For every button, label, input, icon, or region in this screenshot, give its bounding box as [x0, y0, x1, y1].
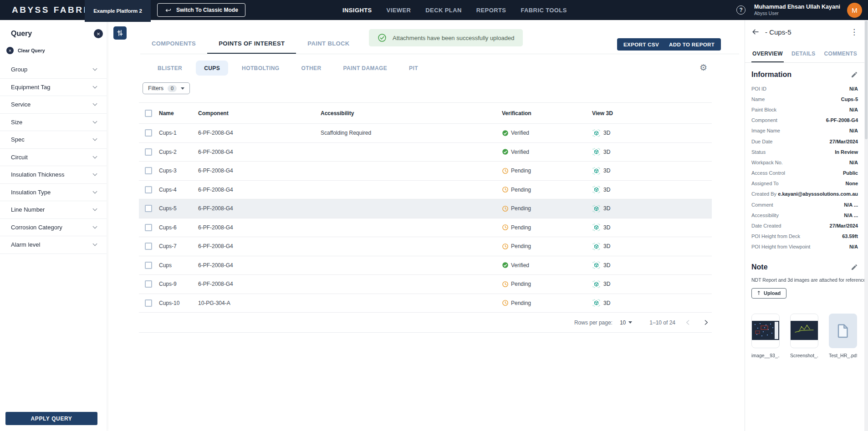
row-checkbox[interactable]: [145, 299, 152, 307]
attachment-pdf[interactable]: Test_HR_.pdf: [829, 314, 857, 358]
edit-pencil-icon[interactable]: [851, 71, 858, 78]
filter-spec[interactable]: Spec: [0, 131, 107, 149]
field-row: Date Created27/Mar/2024: [751, 220, 858, 231]
sliders-icon: [116, 29, 124, 37]
subtab-blister[interactable]: BLISTER: [149, 61, 190, 76]
tab-paint-block[interactable]: PAINT BLOCK: [296, 33, 361, 54]
filter-line-number[interactable]: Line Number: [0, 201, 107, 219]
query-toggle-button[interactable]: [113, 26, 127, 40]
row-checkbox[interactable]: [145, 129, 152, 137]
row-checkbox[interactable]: [145, 186, 152, 193]
row-checkbox[interactable]: [145, 148, 152, 156]
cell-verification: Pending: [502, 243, 592, 250]
table-header-row: Name Component Accessibility Verificatio…: [139, 102, 712, 124]
filter-alarm-level[interactable]: Alarm level: [0, 236, 107, 254]
select-all-checkbox[interactable]: [145, 110, 152, 117]
filters-count-badge: 0: [168, 85, 177, 92]
table-row[interactable]: Cups-10 10-PG-304-A Pending 3D: [139, 294, 712, 313]
table-row[interactable]: Cups-7 6-PF-2008-G4 Pending 3D: [139, 237, 712, 256]
subtab-other[interactable]: OTHER: [293, 61, 330, 76]
filter-insulation-type[interactable]: Insulation Type: [0, 184, 107, 202]
prev-page-button[interactable]: [682, 317, 694, 329]
pagination-range: 1–10 of 24: [649, 319, 675, 326]
filter-equipment-tag[interactable]: Equipment Tag: [0, 79, 107, 96]
attachment-image[interactable]: image__93_....: [751, 314, 780, 358]
view-3d-button[interactable]: 3D: [592, 242, 712, 251]
table-row[interactable]: Cups-6 6-PF-2008-G4 Pending 3D: [139, 218, 712, 238]
filter-circuit[interactable]: Circuit: [0, 149, 107, 167]
view-3d-button[interactable]: 3D: [592, 147, 712, 156]
switch-classic-mode-button[interactable]: Switch To Classic Mode: [157, 3, 245, 17]
row-checkbox[interactable]: [145, 205, 152, 212]
view-3d-button[interactable]: 3D: [592, 129, 712, 137]
back-arrow-icon[interactable]: [751, 28, 760, 36]
nav-fabric-tools[interactable]: FABRIC TOOLS: [521, 7, 567, 14]
tab-points-of-interest[interactable]: POINTS OF INTEREST: [207, 33, 296, 54]
attachment-screenshot[interactable]: Screenshot_...: [790, 314, 818, 358]
clear-query-button[interactable]: × Clear Query: [6, 47, 107, 54]
close-sidebar-icon[interactable]: ×: [94, 29, 103, 38]
row-checkbox[interactable]: [145, 262, 152, 269]
subtab-cups[interactable]: CUPS: [196, 61, 228, 76]
table-row[interactable]: Cups-3 6-PF-2008-G4 Pending 3D: [139, 162, 712, 181]
rows-per-page-select[interactable]: 10: [620, 319, 632, 326]
tab-overview[interactable]: OVERVIEW: [751, 45, 784, 62]
filter-group[interactable]: Group: [0, 61, 107, 79]
edit-pencil-icon[interactable]: [851, 264, 858, 271]
nav-reports[interactable]: REPORTS: [476, 7, 506, 14]
tab-comments[interactable]: COMMENTS: [823, 45, 858, 62]
row-checkbox[interactable]: [145, 167, 152, 174]
field-row: POI Height from Deck63.59ft: [751, 231, 858, 242]
view-3d-button[interactable]: 3D: [592, 261, 712, 269]
filters-dropdown-button[interactable]: Filters 0: [143, 82, 190, 94]
cell-name: Cups-4: [159, 187, 198, 193]
nav-viewer[interactable]: VIEWER: [387, 7, 411, 14]
row-checkbox[interactable]: [145, 280, 152, 288]
next-page-button[interactable]: [700, 317, 712, 329]
table-row[interactable]: Cups-2 6-PF-2008-G4 Verified 3D: [139, 143, 712, 162]
subtab-paint-damage[interactable]: PAINT DAMAGE: [335, 61, 396, 76]
view-3d-button[interactable]: 3D: [592, 185, 712, 194]
view-3d-button[interactable]: 3D: [592, 204, 712, 213]
export-csv-button[interactable]: EXPORT CSV: [617, 38, 665, 51]
chevron-down-icon: [93, 101, 97, 106]
filter-service[interactable]: Service: [0, 96, 107, 114]
platform-selector[interactable]: Example Platform 2: [85, 0, 151, 22]
table-row[interactable]: Cups 6-PF-2008-G4 Verified 3D: [139, 256, 712, 275]
nav-insights[interactable]: INSIGHTS: [342, 7, 372, 14]
filter-insulation-thickness[interactable]: Insulation Thickness: [0, 166, 107, 184]
table-row-selected[interactable]: Cups-5 6-PF-2008-G4 Pending 3D: [139, 199, 712, 218]
table-row[interactable]: Cups-1 6-PF-2008-G4 Scaffolding Required…: [139, 124, 712, 143]
main-nav: INSIGHTS VIEWER DECK PLAN REPORTS FABRIC…: [342, 0, 567, 20]
apply-query-button[interactable]: APPLY QUERY: [5, 412, 97, 425]
subtab-hotbolting[interactable]: HOTBOLTING: [234, 61, 287, 76]
view-3d-button[interactable]: 3D: [592, 223, 712, 232]
view-3d-button[interactable]: 3D: [592, 299, 712, 307]
table-row[interactable]: Cups-9 6-PF-2008-G4 Pending 3D: [139, 275, 712, 294]
subtab-pit[interactable]: PIT: [401, 61, 426, 76]
query-filter-list: Group Equipment Tag Service Size Spec Ci…: [0, 61, 107, 254]
cube-3d-icon: [592, 185, 601, 194]
tab-details[interactable]: DETAILS: [791, 45, 817, 62]
upload-button[interactable]: ↑ Upload: [751, 288, 786, 299]
tab-components[interactable]: COMPONENTS: [140, 33, 207, 54]
pending-icon: [502, 167, 509, 174]
avatar[interactable]: M: [847, 3, 862, 18]
row-checkbox[interactable]: [145, 243, 152, 250]
scrollbar-thumb[interactable]: [865, 21, 868, 139]
row-checkbox[interactable]: [145, 224, 152, 231]
filter-size[interactable]: Size: [0, 114, 107, 132]
cell-component: 6-PF-2008-G4: [198, 187, 321, 193]
add-to-report-button[interactable]: ADD TO REPORT: [663, 38, 721, 51]
nav-deck-plan[interactable]: DECK PLAN: [425, 7, 461, 14]
view-3d-button[interactable]: 3D: [592, 280, 712, 289]
help-icon[interactable]: ?: [736, 5, 745, 15]
kebab-menu-icon[interactable]: ⋮: [848, 27, 861, 36]
upload-arrow-icon: ↑: [756, 290, 761, 296]
view-3d-button[interactable]: 3D: [592, 167, 712, 175]
table-row[interactable]: Cups-4 6-PF-2008-G4 Pending 3D: [139, 181, 712, 200]
filter-corrosion-category[interactable]: Corrosion Category: [0, 219, 107, 237]
gear-icon[interactable]: ⚙: [700, 63, 707, 72]
note-text: NDT Report and 3d images are attached fo…: [751, 277, 858, 283]
field-row: NameCups-5: [751, 94, 858, 104]
